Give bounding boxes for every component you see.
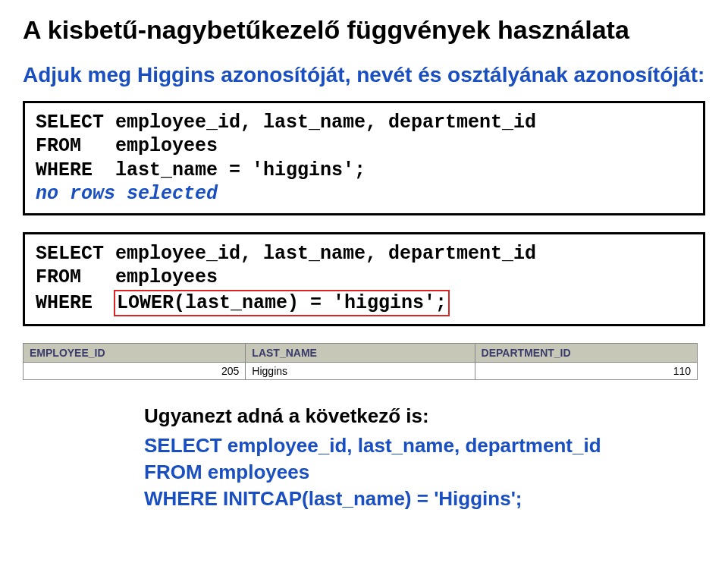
footnote-sql-line: SELECT employee_id, last_name, departmen… xyxy=(144,432,705,459)
col-department-id: DEPARTMENT_ID xyxy=(475,343,697,362)
footnote-sql-line: WHERE INITCAP(last_name) = 'Higgins'; xyxy=(144,486,705,512)
page-title: A kisbetű-nagybetűkezelő függvények hasz… xyxy=(23,15,705,45)
col-employee-id: EMPLOYEE_ID xyxy=(24,343,246,362)
table-header-row: EMPLOYEE_ID LAST_NAME DEPARTMENT_ID xyxy=(24,343,698,362)
code-line: FROM employees xyxy=(36,266,692,289)
footnote-intro: Ugyanezt adná a következő is: xyxy=(144,403,705,429)
result-table: EMPLOYEE_ID LAST_NAME DEPARTMENT_ID 205 … xyxy=(23,343,698,380)
code-line: FROM employees xyxy=(36,134,692,158)
highlighted-code: LOWER(last_name) = 'higgins'; xyxy=(114,290,450,316)
cell-department-id: 110 xyxy=(475,362,697,379)
cell-last-name: Higgins xyxy=(246,362,475,379)
table-row: 205 Higgins 110 xyxy=(24,362,698,379)
code-text: WHERE xyxy=(36,292,115,314)
code-result: no rows selected xyxy=(36,182,692,206)
footnote-sql-line: FROM employees xyxy=(144,459,705,486)
code-line: SELECT employee_id, last_name, departmen… xyxy=(36,242,692,266)
cell-employee-id: 205 xyxy=(24,362,246,379)
code-block-2: SELECT employee_id, last_name, departmen… xyxy=(23,232,705,326)
footnote-block: Ugyanezt adná a következő is: SELECT emp… xyxy=(144,403,705,512)
code-block-1: SELECT employee_id, last_name, departmen… xyxy=(23,101,705,215)
code-line: WHERE LOWER(last_name) = 'higgins'; xyxy=(36,290,692,316)
code-line: SELECT employee_id, last_name, departmen… xyxy=(36,111,692,134)
col-last-name: LAST_NAME xyxy=(246,343,475,362)
instruction-text: Adjuk meg Higgins azonosítóját, nevét és… xyxy=(23,63,705,87)
code-line: WHERE last_name = 'higgins'; xyxy=(36,159,692,182)
